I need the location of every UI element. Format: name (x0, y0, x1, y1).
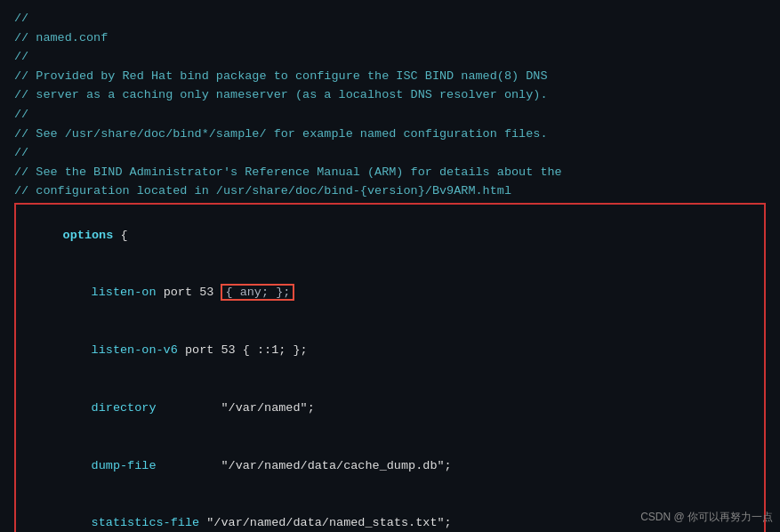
options-header: options { (20, 206, 760, 264)
line-2: // named.conf (14, 28, 766, 48)
listen-on-v6-line: listen-on-v6 port 53 { ::1; }; (20, 322, 760, 380)
options-block: options { listen-on port 53 { any; }; li… (14, 203, 766, 532)
line-9: // See the BIND Administrator's Referenc… (14, 163, 766, 182)
directory-line: directory "/var/named"; (20, 379, 760, 437)
line-4: // Provided by Red Hat bind package to c… (14, 67, 766, 86)
line-5: // server as a caching only nameserver (… (14, 85, 766, 105)
watermark: CSDN @ 你可以再努力一点 (640, 510, 773, 525)
line-7: // See /usr/share/doc/bind*/sample/ for … (14, 125, 766, 144)
line-3: // (14, 47, 766, 67)
code-editor: // // named.conf // // Provided by Red H… (0, 0, 780, 532)
line-6: // (14, 105, 766, 125)
line-1: // (14, 9, 766, 28)
dump-file-line: dump-file "/var/named/data/cache_dump.db… (20, 437, 760, 495)
line-8: // (14, 143, 766, 163)
line-10: // configuration located in /usr/share/d… (14, 181, 766, 201)
listen-on-line: listen-on port 53 { any; }; (20, 264, 760, 322)
